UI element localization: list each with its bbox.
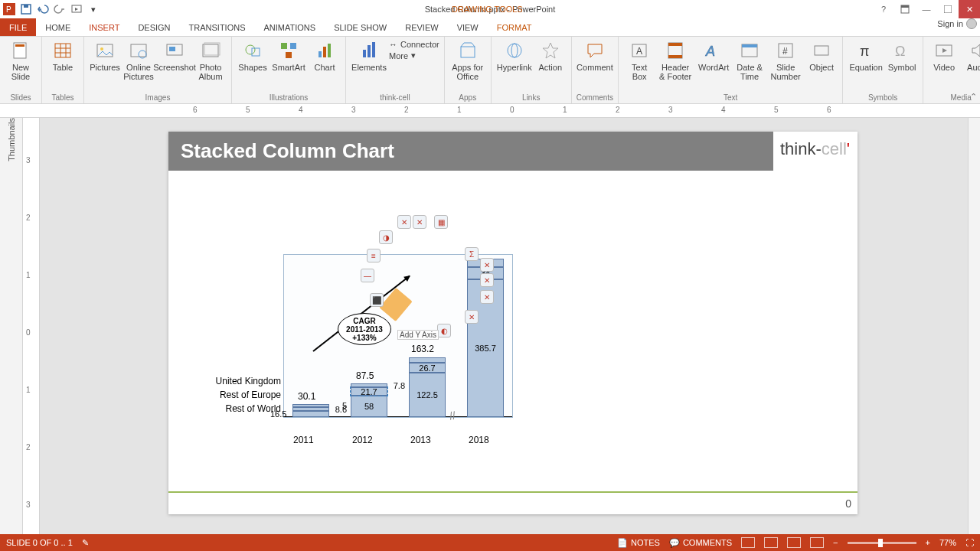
- tc-tool-7[interactable]: ⬛: [370, 293, 384, 307]
- zoom-thumb[interactable]: [878, 539, 883, 547]
- minimize-icon[interactable]: —: [916, 0, 937, 18]
- reading-view-icon[interactable]: [787, 537, 801, 548]
- comment-button[interactable]: Comment: [577, 38, 613, 72]
- vertical-scrollbar[interactable]: [968, 118, 980, 534]
- slide-title[interactable]: Stacked Column Chart: [168, 132, 773, 171]
- tc-tool-13[interactable]: ✕: [465, 310, 479, 324]
- tc-tool-11[interactable]: ✕: [480, 273, 494, 287]
- slide[interactable]: Stacked Column Chart think-cell' 0 16.5 …: [168, 132, 858, 514]
- comments-button[interactable]: 💬 COMMENTS: [669, 538, 732, 548]
- svg-rect-40: [668, 43, 682, 46]
- tc-tool-2[interactable]: ✕: [413, 215, 426, 229]
- zoom-level[interactable]: 77%: [939, 538, 956, 547]
- normal-view-icon[interactable]: [741, 537, 755, 548]
- tab-view[interactable]: VIEW: [448, 18, 488, 36]
- xlabel-2011: 2011: [293, 435, 314, 445]
- cagr-bubble[interactable]: CAGR 2011-2013 +133%: [338, 313, 391, 345]
- action-button[interactable]: Action: [534, 38, 567, 72]
- fit-to-window-icon[interactable]: ⛶: [965, 538, 974, 547]
- tc-tool-1[interactable]: ✕: [397, 215, 411, 229]
- collapse-ribbon-icon[interactable]: ⌃: [970, 92, 977, 102]
- action-icon: [540, 40, 561, 61]
- tab-insert[interactable]: INSERT: [80, 18, 129, 36]
- header-footer-button[interactable]: Header & Footer: [657, 38, 694, 81]
- zoom-slider[interactable]: [848, 542, 916, 544]
- tc-tool-12[interactable]: ✕: [480, 290, 494, 304]
- ribbon-display-icon[interactable]: [894, 0, 916, 18]
- tab-transitions[interactable]: TRANSITIONS: [180, 18, 255, 36]
- series-label-roe: Rest of Europe: [209, 390, 281, 400]
- column-2011[interactable]: 16.5 8.6 5: [292, 404, 329, 417]
- zoom-in-button[interactable]: +: [926, 538, 930, 547]
- group-tables: Table Tables: [42, 37, 84, 103]
- tc-tool-5[interactable]: ≡: [367, 249, 381, 262]
- tab-format[interactable]: FORMAT: [488, 18, 541, 36]
- apps-for-office-button[interactable]: Apps for Office: [449, 38, 486, 81]
- highlight-shape[interactable]: [379, 288, 412, 321]
- new-slide-button[interactable]: New Slide: [5, 38, 37, 81]
- close-icon[interactable]: ✕: [959, 0, 980, 18]
- slide-indicator: SLIDE 0 OF 0 .. 1: [6, 538, 73, 547]
- symbol-button[interactable]: ΩSymbol: [886, 38, 918, 72]
- help-icon[interactable]: ?: [873, 0, 894, 18]
- wordart-button[interactable]: AWordArt: [695, 38, 732, 72]
- svg-rect-7: [944, 5, 952, 13]
- elements-button[interactable]: Elements: [351, 38, 387, 72]
- undo-icon[interactable]: [37, 3, 49, 15]
- seg-2013-row: 122.5: [409, 373, 446, 417]
- ribbon-tabs: FILE HOME INSERT DESIGN TRANSITIONS ANIM…: [0, 18, 980, 37]
- audio-button[interactable]: Audio: [962, 38, 980, 72]
- stacked-column-chart[interactable]: 16.5 8.6 5 30.1 58 21.7 7.8 87.5 122.5 2…: [283, 254, 513, 418]
- sign-in[interactable]: Sign in: [937, 18, 977, 29]
- redo-icon[interactable]: [54, 3, 66, 15]
- contextual-tab-label: DRAWING TOOLS: [452, 5, 523, 14]
- photo-album-button[interactable]: Photo Album: [194, 38, 227, 81]
- spellcheck-icon[interactable]: ✎: [82, 538, 89, 548]
- tab-file[interactable]: FILE: [0, 18, 36, 36]
- object-button[interactable]: Object: [805, 38, 838, 72]
- tc-tool-6[interactable]: —: [361, 269, 374, 282]
- column-2012[interactable]: 58 21.7 7.8: [351, 383, 387, 417]
- screenshot-button[interactable]: Screenshot: [156, 38, 193, 72]
- object-icon: [811, 40, 832, 61]
- start-from-beginning-icon[interactable]: [70, 3, 83, 15]
- date-time-button[interactable]: Date & Time: [733, 38, 766, 81]
- zoom-out-button[interactable]: −: [833, 538, 838, 547]
- qat-customize-icon[interactable]: ▾: [87, 3, 100, 15]
- tab-review[interactable]: REVIEW: [396, 18, 447, 36]
- slideshow-view-icon[interactable]: [810, 537, 824, 548]
- save-icon[interactable]: [20, 3, 32, 15]
- tc-tool-3[interactable]: ▦: [434, 215, 448, 229]
- online-pictures-button[interactable]: Online Pictures: [122, 38, 155, 81]
- video-button[interactable]: Video: [928, 38, 960, 72]
- column-2013[interactable]: 122.5 26.7: [409, 357, 446, 417]
- svg-text:π: π: [860, 44, 869, 59]
- tc-tool-9[interactable]: Σ: [465, 247, 479, 261]
- tc-tool-8[interactable]: ◐: [437, 324, 451, 337]
- tab-animations[interactable]: ANIMATIONS: [255, 18, 325, 36]
- thumbnails-pane[interactable]: Thumbnails: [0, 118, 23, 534]
- slide-number-button[interactable]: #Slide Number: [767, 38, 804, 81]
- tab-home[interactable]: HOME: [36, 18, 80, 36]
- pictures-button[interactable]: Pictures: [89, 38, 121, 72]
- chart-button[interactable]: Chart: [309, 38, 341, 72]
- shapes-button[interactable]: Shapes: [237, 38, 269, 72]
- tab-design[interactable]: DESIGN: [129, 18, 179, 36]
- notes-button[interactable]: 📄 NOTES: [617, 538, 660, 548]
- tc-tool-10[interactable]: ✕: [480, 258, 494, 272]
- smartart-button[interactable]: SmartArt: [270, 38, 307, 72]
- tc-tool-4[interactable]: ◑: [379, 230, 393, 244]
- sorter-view-icon[interactable]: [764, 537, 778, 548]
- connector-icon: ↔: [389, 40, 397, 49]
- maximize-icon[interactable]: [937, 0, 959, 18]
- user-avatar-icon: [966, 18, 977, 29]
- tab-slideshow[interactable]: SLIDE SHOW: [325, 18, 396, 36]
- connector-button[interactable]: ↔Connector: [389, 40, 439, 49]
- hyperlink-button[interactable]: Hyperlink: [496, 38, 533, 72]
- equation-button[interactable]: πEquation: [848, 38, 884, 72]
- slide-canvas[interactable]: Stacked Column Chart think-cell' 0 16.5 …: [40, 118, 968, 534]
- textbox-button[interactable]: AText Box: [623, 38, 655, 81]
- svg-rect-31: [363, 50, 366, 57]
- table-button[interactable]: Table: [47, 38, 79, 72]
- more-button[interactable]: More▾: [389, 51, 439, 60]
